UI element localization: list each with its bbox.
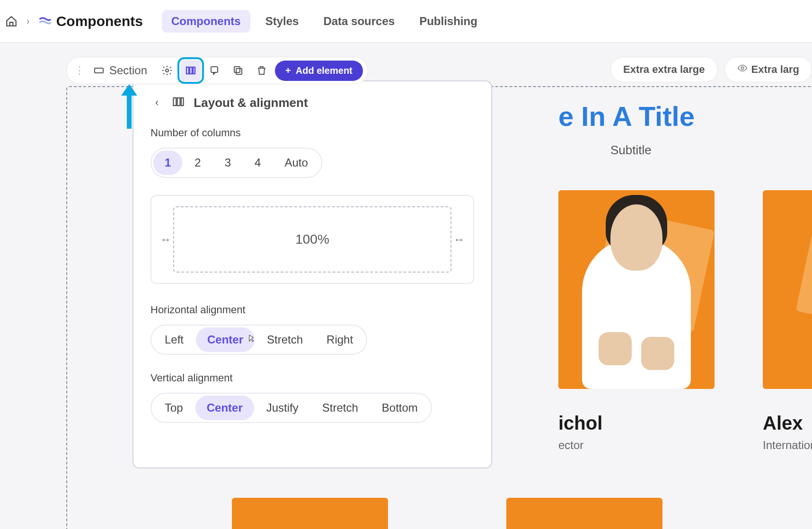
svg-rect-3 — [190, 67, 192, 74]
svg-rect-0 — [95, 68, 103, 73]
home-icon[interactable] — [5, 15, 18, 28]
section-type-label: Section — [109, 64, 147, 77]
halign-center[interactable]: Center — [196, 327, 255, 352]
layout-alignment-popover: ‹ Layout & alignment Number of columns 1… — [132, 80, 492, 468]
header-bar: › Components Components Styles Data sour… — [0, 0, 812, 43]
canvas-area: ⋮ Section + Add element Extra — [0, 43, 812, 529]
halign-left[interactable]: Left — [153, 327, 195, 352]
nav-tabs: Components Styles Data sources Publishin… — [162, 10, 487, 33]
chevron-right-icon: › — [26, 16, 30, 26]
team-card[interactable] — [232, 498, 388, 529]
columns-option-2[interactable]: 2 — [183, 150, 212, 175]
back-button[interactable]: ‹ — [150, 95, 163, 111]
viewport-chips: Extra extra large Extra larg — [610, 57, 812, 82]
subtitle: Subtitle — [610, 143, 652, 158]
popover-title: Layout & alignment — [194, 96, 308, 110]
tab-data-sources[interactable]: Data sources — [314, 10, 404, 33]
valign-justify[interactable]: Justify — [255, 396, 310, 420]
columns-icon — [172, 95, 185, 110]
duplicate-button[interactable] — [228, 60, 248, 81]
cursor-icon — [246, 333, 256, 346]
horizontal-alignment-label: Horizontal alignment — [150, 304, 474, 316]
team-card[interactable] — [558, 190, 715, 389]
columns-option-4[interactable]: 4 — [243, 150, 272, 175]
page-title: e In A Title — [558, 100, 695, 132]
num-columns-group: 1 2 3 4 Auto — [150, 148, 322, 178]
width-preview: ↔ 100% ↔ — [150, 195, 474, 284]
svg-rect-10 — [177, 98, 180, 106]
resize-left-icon[interactable]: ↔ — [158, 233, 173, 246]
columns-option-3[interactable]: 3 — [213, 150, 242, 175]
valign-top[interactable]: Top — [153, 396, 194, 420]
team-card[interactable] — [506, 498, 662, 529]
columns-option-auto[interactable]: Auto — [273, 150, 319, 175]
tab-components[interactable]: Components — [162, 10, 250, 33]
layout-columns-button[interactable] — [180, 60, 201, 81]
svg-rect-11 — [181, 98, 184, 106]
team-card[interactable] — [763, 190, 812, 389]
columns-option-1[interactable]: 1 — [153, 150, 182, 175]
add-element-label: Add element — [296, 65, 353, 76]
section-type-button[interactable]: Section — [90, 64, 154, 77]
app-logo-icon — [38, 15, 52, 28]
viewport-chip-xxl[interactable]: Extra extra large — [610, 57, 717, 82]
card-role: Internation — [763, 439, 812, 452]
eye-icon — [737, 63, 748, 76]
resize-right-icon[interactable]: ↔ — [451, 233, 467, 246]
vertical-alignment-group: Top Center Justify Stretch Bottom — [150, 393, 432, 423]
valign-stretch[interactable]: Stretch — [311, 396, 370, 420]
plus-icon: + — [285, 66, 291, 75]
horizontal-alignment-group: Left Center Stretch Right — [150, 325, 367, 355]
viewport-chip-xl[interactable]: Extra larg — [724, 57, 812, 82]
popover-header: ‹ Layout & alignment — [150, 95, 474, 111]
num-columns-label: Number of columns — [150, 127, 474, 139]
drag-handle-icon[interactable]: ⋮ — [71, 64, 88, 77]
viewport-chip-label: Extra extra large — [623, 63, 705, 76]
vertical-alignment-label: Vertical alignment — [150, 372, 474, 384]
halign-stretch[interactable]: Stretch — [256, 327, 314, 352]
svg-point-8 — [741, 67, 744, 70]
card-role: ector — [558, 439, 583, 452]
svg-rect-7 — [234, 67, 240, 72]
card-name: Alex — [763, 413, 803, 434]
valign-bottom[interactable]: Bottom — [371, 396, 429, 420]
halign-right[interactable]: Right — [315, 327, 364, 352]
halign-center-label: Center — [207, 333, 243, 346]
settings-button[interactable] — [157, 60, 177, 81]
tab-publishing[interactable]: Publishing — [410, 10, 487, 33]
add-element-button[interactable]: + Add element — [275, 61, 363, 81]
svg-point-1 — [166, 69, 168, 72]
viewport-chip-label: Extra larg — [751, 63, 800, 76]
delete-button[interactable] — [251, 60, 272, 81]
section-toolbar: ⋮ Section + Add element — [66, 57, 368, 84]
svg-rect-2 — [186, 67, 189, 74]
width-display[interactable]: 100% — [173, 206, 451, 273]
card-name: ichol — [558, 413, 602, 434]
svg-rect-5 — [211, 67, 218, 72]
valign-center[interactable]: Center — [195, 396, 254, 420]
tab-styles[interactable]: Styles — [256, 10, 309, 33]
breadcrumb-title: Components — [56, 13, 143, 29]
svg-rect-6 — [236, 69, 242, 74]
comment-button[interactable] — [204, 60, 225, 81]
svg-rect-9 — [174, 98, 177, 106]
svg-rect-4 — [193, 67, 195, 74]
